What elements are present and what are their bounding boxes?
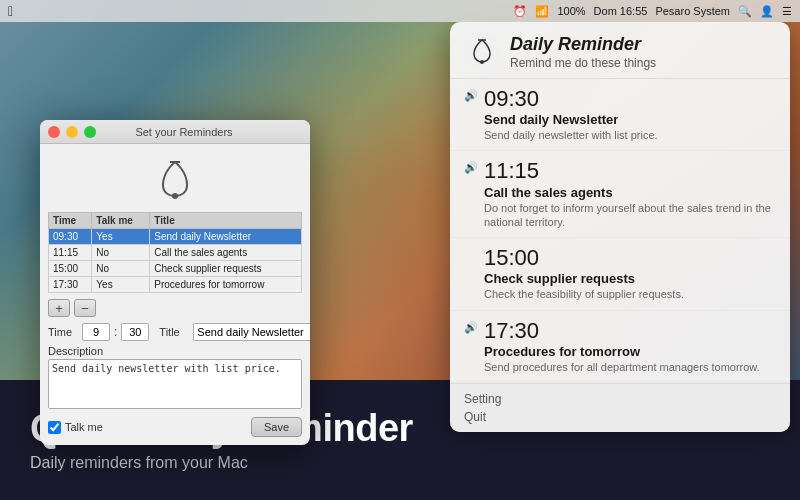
notif-title-3: Check supplier requests (484, 271, 684, 286)
talk-me-checkbox-group: Talk me (48, 421, 103, 434)
menubar-clock-icon: ⏰ (513, 5, 527, 18)
notif-desc-1: Send daily newsletter with list price. (484, 128, 658, 142)
menubar-right: ⏰ 📶 100% Dom 16:55 Pesaro System 🔍 👤 ☰ (513, 5, 792, 18)
table-cell-talk: No (92, 261, 150, 277)
notification-actions: Setting Quit (450, 383, 790, 432)
menubar-user-icon[interactable]: 👤 (760, 5, 774, 18)
time-field-row: Time : Title (48, 323, 302, 341)
apple-menu-icon[interactable]:  (8, 3, 13, 19)
time-field-label: Time (48, 326, 78, 338)
notif-time-1: 09:30 (484, 87, 658, 111)
table-cell-talk: No (92, 245, 150, 261)
table-cell-title: Check supplier requests (150, 261, 302, 277)
menubar-user-label: Pesaro System (655, 5, 730, 17)
table-header-talkme: Talk me (92, 213, 150, 229)
table-cell-talk: Yes (92, 277, 150, 293)
sound-icon-4: 🔊 (464, 321, 476, 334)
notif-time-2: 11:15 (484, 159, 776, 183)
table-cell-title: Call the sales agents (150, 245, 302, 261)
notif-desc-2: Do not forget to inform yourself about t… (484, 201, 776, 230)
add-reminder-button[interactable]: + (48, 299, 70, 317)
reminder-icon-area (48, 152, 302, 212)
svg-point-3 (172, 193, 178, 199)
minimize-button[interactable] (66, 126, 78, 138)
window-title: Set your Reminders (102, 126, 266, 138)
menubar-wifi-icon: 📶 (535, 5, 549, 18)
notification-panel: Daily Reminder Remind me do these things… (450, 22, 790, 432)
notif-desc-3: Check the feasibility of supplier reques… (484, 287, 684, 301)
remove-reminder-button[interactable]: − (74, 299, 96, 317)
notification-item-3: · 15:00 Check supplier requests Check th… (450, 238, 790, 310)
table-row[interactable]: 11:15 No Call the sales agents (49, 245, 302, 261)
talk-me-label: Talk me (65, 421, 103, 433)
notification-header: Daily Reminder Remind me do these things (450, 22, 790, 79)
close-button[interactable] (48, 126, 60, 138)
svg-point-1 (480, 60, 484, 64)
notification-app-title: Daily Reminder (510, 34, 656, 55)
menubar-datetime: Dom 16:55 (594, 5, 648, 17)
description-label: Description (48, 345, 302, 357)
sound-icon-1: 🔊 (464, 89, 476, 102)
table-header-title: Title (150, 213, 302, 229)
quit-link[interactable]: Quit (464, 408, 776, 426)
menubar-search-icon[interactable]: 🔍 (738, 5, 752, 18)
talk-me-checkbox[interactable] (48, 421, 61, 434)
table-row[interactable]: 09:30 Yes Send daily Newsletter (49, 229, 302, 245)
notification-app-subtitle: Remind me do these things (510, 56, 656, 70)
notif-time-3: 15:00 (484, 246, 684, 270)
notif-title-1: Send daily Newsletter (484, 112, 658, 127)
notification-item-4: 🔊 17:30 Procedures for tomorrow Send pro… (450, 311, 790, 383)
table-cell-title: Send daily Newsletter (150, 229, 302, 245)
notif-title-4: Procedures for tomorrow (484, 344, 760, 359)
table-cell-time: 17:30 (49, 277, 92, 293)
sound-icon-3: · (464, 248, 476, 260)
setting-link[interactable]: Setting (464, 390, 776, 408)
notif-desc-4: Send procedures for all department manag… (484, 360, 760, 374)
description-textarea[interactable]: Send daily newsletter with list price. (48, 359, 302, 409)
reminder-table: Time Talk me Title 09:30 Yes Send daily … (48, 212, 302, 293)
menubar-left:  (8, 3, 13, 19)
set-reminders-window: Set your Reminders Time Talk me Title 09… (40, 120, 310, 445)
notification-item-2: 🔊 11:15 Call the sales agents Do not for… (450, 151, 790, 238)
table-header-time: Time (49, 213, 92, 229)
notification-header-text: Daily Reminder Remind me do these things (510, 34, 656, 70)
notif-time-4: 17:30 (484, 319, 760, 343)
table-cell-time: 11:15 (49, 245, 92, 261)
menubar:  ⏰ 📶 100% Dom 16:55 Pesaro System 🔍 👤 ☰ (0, 0, 800, 22)
save-button[interactable]: Save (251, 417, 302, 437)
bottom-subtitle: Daily reminders from your Mac (30, 454, 770, 472)
window-titlebar: Set your Reminders (40, 120, 310, 144)
reminder-icon-large (150, 158, 200, 208)
time-hour-input[interactable] (82, 323, 110, 341)
menubar-battery-label: 100% (557, 5, 585, 17)
window-content: Time Talk me Title 09:30 Yes Send daily … (40, 144, 310, 445)
table-row[interactable]: 17:30 Yes Procedures for tomorrow (49, 277, 302, 293)
window-bottom: Talk me Save (48, 413, 302, 437)
notification-item-1: 🔊 09:30 Send daily Newsletter Send daily… (450, 79, 790, 151)
table-cell-title: Procedures for tomorrow (150, 277, 302, 293)
notif-title-2: Call the sales agents (484, 185, 776, 200)
maximize-button[interactable] (84, 126, 96, 138)
menubar-menu-icon[interactable]: ☰ (782, 5, 792, 18)
table-row[interactable]: 15:00 No Check supplier requests (49, 261, 302, 277)
title-field-label: Title (159, 326, 189, 338)
time-min-input[interactable] (121, 323, 149, 341)
sound-icon-2: 🔊 (464, 161, 476, 174)
table-cell-time: 09:30 (49, 229, 92, 245)
reminder-app-icon (464, 34, 500, 70)
table-cell-time: 15:00 (49, 261, 92, 277)
table-cell-talk: Yes (92, 229, 150, 245)
title-field-input[interactable] (193, 323, 310, 341)
add-remove-buttons: + − (48, 299, 302, 317)
